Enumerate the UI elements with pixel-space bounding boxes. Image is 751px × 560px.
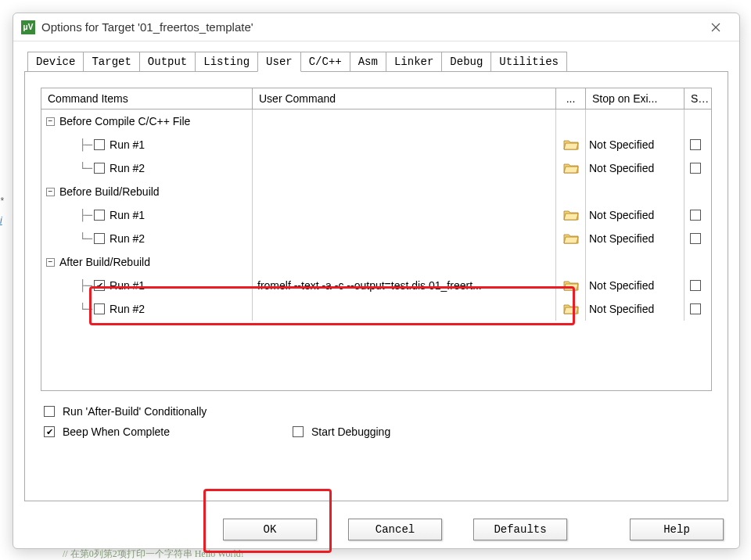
folder-open-icon <box>563 162 579 174</box>
checkbox-beep[interactable] <box>44 426 55 437</box>
s-flag-checkbox[interactable] <box>685 203 711 227</box>
group-row: −After Build/Rebuild <box>41 250 711 274</box>
browse-button[interactable] <box>556 227 586 250</box>
s-flag-checkbox[interactable] <box>685 227 711 250</box>
cell-usercmd[interactable] <box>253 109 556 133</box>
item-label: Run #2 <box>110 232 145 245</box>
grid-header: Command Items User Command ... Stop on E… <box>41 88 711 109</box>
item-label: Run #1 <box>110 138 145 151</box>
app-icon: μV <box>21 20 35 34</box>
s-flag-checkbox[interactable] <box>685 156 711 180</box>
tab-debug[interactable]: Debug <box>441 52 491 72</box>
stop-on-exit-cell[interactable]: Not Specified <box>586 133 685 156</box>
label-start-debugging: Start Debugging <box>311 425 390 438</box>
grid-body: −Before Compile C/C++ File ├─Run #1Not S… <box>41 109 711 390</box>
col-stop-on-exit[interactable]: Stop on Exi... <box>586 88 685 109</box>
cell-browse <box>556 180 586 203</box>
cell-s <box>685 180 711 203</box>
tab-target[interactable]: Target <box>83 52 139 72</box>
defaults-button[interactable]: Defaults <box>473 519 567 540</box>
group-row: −Before Compile C/C++ File <box>41 109 711 133</box>
cell-usercmd[interactable] <box>253 180 556 203</box>
cell-s <box>685 109 711 133</box>
folder-open-icon <box>563 279 579 292</box>
checkbox-run-after-conditionally[interactable] <box>44 406 55 417</box>
s-flag-checkbox[interactable] <box>685 297 711 321</box>
item-label: Run #1 <box>110 209 145 221</box>
checkbox-run[interactable] <box>94 210 105 221</box>
label-beep: Beep When Complete <box>63 425 289 438</box>
button-bar: OK Cancel Defaults Help <box>13 519 739 540</box>
expander-icon[interactable]: − <box>46 117 55 126</box>
checkbox-run[interactable] <box>94 233 105 244</box>
cell-browse <box>556 250 586 274</box>
expander-icon[interactable]: − <box>46 258 55 267</box>
tab-listing[interactable]: Listing <box>195 52 258 72</box>
item-row: ├─Run #1Not Specified <box>41 133 711 156</box>
user-command-cell[interactable] <box>253 227 556 250</box>
browse-button[interactable] <box>556 297 586 321</box>
checkbox-run[interactable] <box>94 303 105 314</box>
col-dots[interactable]: ... <box>556 88 586 109</box>
tab-output[interactable]: Output <box>139 52 196 72</box>
ok-button[interactable]: OK <box>223 519 317 540</box>
tab-asm[interactable]: Asm <box>350 52 386 72</box>
checkbox-run[interactable] <box>94 280 105 291</box>
browse-button[interactable] <box>556 203 586 227</box>
tab-strip: Device Target Output Listing User C/C++ … <box>27 51 739 71</box>
titlebar: μV Options for Target '01_freertos_templ… <box>13 13 739 41</box>
cell-s <box>685 250 711 274</box>
bg-i: i <box>0 215 2 226</box>
tab-user[interactable]: User <box>257 52 301 72</box>
close-icon <box>711 23 720 32</box>
cell-stop <box>586 250 685 274</box>
checkbox-run[interactable] <box>94 163 105 174</box>
group-label: After Build/Rebuild <box>59 256 150 268</box>
col-command-items[interactable]: Command Items <box>41 88 253 109</box>
options-dialog: μV Options for Target '01_freertos_templ… <box>13 13 740 549</box>
cell-stop <box>586 109 685 133</box>
user-command-cell[interactable] <box>253 156 556 180</box>
tab-panel-user: Command Items User Command ... Stop on E… <box>24 71 728 501</box>
stop-on-exit-cell[interactable]: Not Specified <box>586 203 685 227</box>
user-command-cell[interactable] <box>253 297 556 321</box>
user-command-cell[interactable]: fromelf --text -a -c --output=test.dis 0… <box>253 274 556 297</box>
checkbox-run[interactable] <box>94 139 105 150</box>
item-label: Run #1 <box>110 279 145 292</box>
window-title: Options for Target '01_freertos_template… <box>41 20 700 34</box>
tab-linker[interactable]: Linker <box>386 52 442 72</box>
user-command-cell[interactable] <box>253 133 556 156</box>
tab-device[interactable]: Device <box>27 52 84 72</box>
stop-on-exit-cell[interactable]: Not Specified <box>586 297 685 321</box>
browse-button[interactable] <box>556 133 586 156</box>
stop-on-exit-cell[interactable]: Not Specified <box>586 227 685 250</box>
bg-star: * <box>0 196 4 206</box>
user-command-cell[interactable] <box>253 203 556 227</box>
tab-utilities[interactable]: Utilities <box>490 52 567 72</box>
cell-browse <box>556 109 586 133</box>
group-label: Before Compile C/C++ File <box>59 115 190 127</box>
close-button[interactable] <box>700 16 731 39</box>
browse-button[interactable] <box>556 156 586 180</box>
cancel-button[interactable]: Cancel <box>348 519 442 540</box>
checkbox-start-debugging[interactable] <box>293 426 304 437</box>
help-button[interactable]: Help <box>630 519 724 540</box>
cell-stop <box>586 180 685 203</box>
stop-on-exit-cell[interactable]: Not Specified <box>586 274 685 297</box>
item-row: ├─Run #1Not Specified <box>41 203 711 227</box>
s-flag-checkbox[interactable] <box>685 274 711 297</box>
item-row: ├─Run #1fromelf --text -a -c --output=te… <box>41 274 711 297</box>
browse-button[interactable] <box>556 274 586 297</box>
folder-open-icon <box>563 303 579 315</box>
col-user-command[interactable]: User Command <box>253 88 556 109</box>
stop-on-exit-cell[interactable]: Not Specified <box>586 156 685 180</box>
s-flag-checkbox[interactable] <box>685 133 711 156</box>
col-s[interactable]: S... <box>685 88 711 109</box>
label-run-after-conditionally: Run 'After-Build' Conditionally <box>63 405 207 418</box>
expander-icon[interactable]: − <box>46 188 55 196</box>
group-row: −Before Build/Rebuild <box>41 180 711 203</box>
cell-usercmd[interactable] <box>253 250 556 274</box>
tab-ccpp[interactable]: C/C++ <box>300 52 350 72</box>
item-row: └─Run #2Not Specified <box>41 297 711 321</box>
folder-open-icon <box>563 209 579 221</box>
